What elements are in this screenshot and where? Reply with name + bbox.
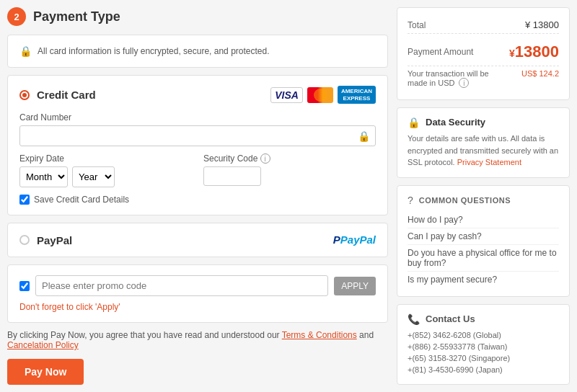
payment-amount-label: Payment Amount	[408, 47, 473, 57]
encryption-notice-box: 🔒 All card information is fully encrypte…	[7, 35, 388, 68]
common-questions-header: ? COMMON QUESTIONS	[408, 195, 559, 206]
common-questions-section: ? COMMON QUESTIONS How do I pay? Can I p…	[397, 185, 570, 297]
usd-info-icon[interactable]: i	[459, 78, 469, 88]
credit-card-label: Credit Card	[37, 89, 263, 101]
cancel-policy-link[interactable]: Cancelation Policy	[7, 340, 79, 350]
card-number-wrapper: 🔒	[19, 125, 376, 146]
expiry-label: Expiry Date	[19, 153, 192, 164]
paypal-label: PayPal	[37, 234, 326, 246]
cq-item-1[interactable]: Can I pay by cash?	[408, 228, 559, 245]
apply-button[interactable]: APPLY	[334, 277, 376, 295]
visa-logo: VISA	[270, 87, 303, 103]
month-select[interactable]: Month 01020304 05060708 09101112	[19, 166, 68, 187]
data-security-section: 🔒 Data Security Your details are safe wi…	[397, 107, 570, 178]
total-row: Total ¥ 13800	[408, 17, 559, 34]
data-security-text: Your details are safe with us. All data …	[408, 133, 559, 169]
save-card-label: Save Credit Card Details	[34, 195, 129, 205]
credit-card-option: Credit Card VISA AMERICANEXPRESS	[19, 86, 376, 104]
usd-note-label: Your transaction will be made in USD i	[408, 69, 494, 88]
contact-us-header: 📞 Contact Us	[408, 313, 559, 325]
promo-input[interactable]	[35, 275, 328, 296]
credit-card-radio[interactable]	[19, 90, 30, 100]
expiry-security-row: Expiry Date Month 01020304 05060708 0910…	[19, 153, 376, 187]
paypal-radio[interactable]	[19, 235, 30, 245]
usd-note-value: US$ 124.2	[521, 69, 559, 78]
lock-icon: 🔒	[19, 45, 32, 57]
cq-item-3[interactable]: Is my payment secure?	[408, 272, 559, 288]
contact-us-section: 📞 Contact Us +(852) 3462-6208 (Global) +…	[397, 304, 570, 385]
usd-note: Your transaction will be made in USD i U…	[408, 66, 559, 91]
phone-singapore: +(65) 3158-3270 (Singapore)	[408, 352, 559, 364]
save-card-checkbox[interactable]	[19, 195, 30, 205]
phone-icon: 📞	[408, 313, 420, 325]
currency-symbol: ¥	[509, 48, 515, 59]
page-title: Payment Type	[33, 9, 120, 24]
contact-us-title: Contact Us	[426, 313, 475, 324]
promo-reminder: Don't forget to click 'Apply'	[19, 302, 376, 312]
card-number-input[interactable]	[19, 125, 376, 146]
total-value: ¥ 13800	[525, 19, 559, 30]
save-card-row: Save Credit Card Details	[19, 195, 376, 205]
paypal-logo: PPayPal	[333, 233, 376, 246]
phone-global: +(852) 3462-6208 (Global)	[408, 329, 559, 341]
phone-japan: +(81) 3-4530-6990 (Japan)	[408, 364, 559, 375]
promo-row: APPLY	[19, 275, 376, 296]
payment-amount-row: Payment Amount ¥13800	[408, 38, 559, 66]
cq-item-2[interactable]: Do you have a physical office for me to …	[408, 245, 559, 272]
card-number-label: Card Number	[19, 112, 376, 122]
year-select[interactable]: Year 2024202520262027	[72, 166, 115, 187]
paypal-section: PayPal PPayPal	[7, 223, 388, 257]
card-input-lock-icon: 🔒	[358, 130, 370, 142]
terms-link[interactable]: Terms & Conditions	[282, 330, 357, 340]
pay-now-button[interactable]: Pay Now	[7, 359, 84, 385]
card-logos: VISA AMERICANEXPRESS	[270, 86, 376, 104]
data-security-header: 🔒 Data Security	[408, 117, 559, 128]
terms-text: By clicking Pay Now, you agree that you …	[7, 330, 388, 350]
promo-checkbox[interactable]	[19, 281, 30, 291]
privacy-statement-link[interactable]: Privacy Statement	[457, 158, 521, 166]
encryption-notice: 🔒 All card information is fully encrypte…	[19, 45, 376, 57]
cq-item-0[interactable]: How do I pay?	[408, 212, 559, 228]
data-security-title: Data Security	[426, 117, 485, 128]
amex-logo: AMERICANEXPRESS	[338, 86, 376, 104]
security-section: Security Code i	[203, 153, 376, 187]
question-icon: ?	[408, 195, 413, 206]
card-number-group: Card Number 🔒	[19, 112, 376, 146]
expiry-selects: Month 01020304 05060708 09101112 Year 20…	[19, 166, 192, 187]
payment-amount-value: ¥13800	[509, 43, 559, 61]
credit-card-section: Credit Card VISA AMERICANEXPRESS Card Nu…	[7, 75, 388, 215]
security-info-icon[interactable]: i	[260, 153, 270, 164]
phone-taiwan: +(886) 2-55933778 (Taiwan)	[408, 341, 559, 352]
step-header: 2 Payment Type	[7, 7, 388, 26]
mastercard-logo	[307, 87, 333, 103]
data-security-icon: 🔒	[408, 117, 420, 128]
security-code-input[interactable]	[203, 166, 261, 186]
security-code-label: Security Code i	[203, 153, 376, 164]
step-number: 2	[7, 7, 26, 26]
expiry-section: Expiry Date Month 01020304 05060708 0910…	[19, 153, 192, 187]
promo-section: APPLY Don't forget to click 'Apply'	[7, 264, 388, 323]
total-label: Total	[408, 20, 426, 30]
common-questions-title: COMMON QUESTIONS	[419, 196, 511, 205]
order-summary: Total ¥ 13800 Payment Amount ¥13800 Your…	[397, 7, 570, 100]
